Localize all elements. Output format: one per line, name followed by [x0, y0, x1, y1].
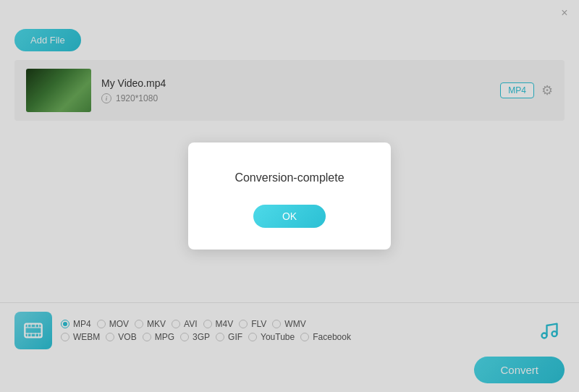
modal-title: Conversion-complete: [210, 171, 369, 184]
modal-overlay: Conversion-complete OK: [0, 0, 579, 392]
modal-ok-button[interactable]: OK: [253, 205, 326, 228]
modal-dialog: Conversion-complete OK: [188, 142, 391, 250]
